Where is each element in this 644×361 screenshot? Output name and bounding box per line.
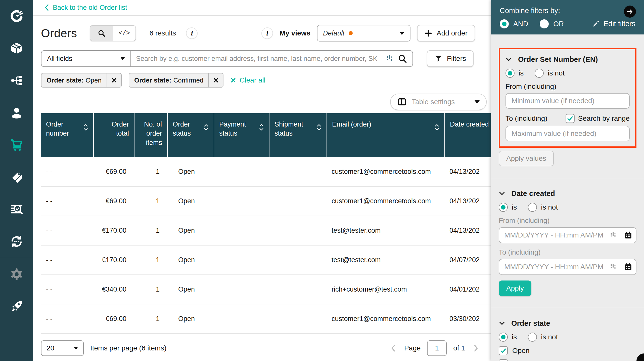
calendar-button[interactable]	[620, 228, 636, 243]
column-header-payment-status[interactable]: Payment status	[214, 113, 269, 157]
results-count: 6 results	[150, 29, 176, 37]
filter-chip-value: Open	[85, 76, 102, 84]
collapse-panel-button[interactable]	[624, 6, 636, 18]
search-input[interactable]	[131, 55, 386, 63]
page-number-input[interactable]	[427, 340, 447, 356]
search-icon	[97, 29, 106, 37]
open-checkbox[interactable]	[499, 346, 508, 355]
remove-filter-button[interactable]	[107, 73, 121, 87]
filter-chip-order-state-open[interactable]: Order state: Open	[41, 73, 122, 88]
my-views-info-icon[interactable]: i	[261, 27, 273, 39]
cell-order-number: - -	[41, 216, 93, 245]
cell-payment-status	[214, 275, 269, 304]
is-not-radio[interactable]	[535, 69, 544, 78]
table-row[interactable]: - - €170.00 1 Open test@tester.com 04/07…	[41, 246, 491, 275]
table-row[interactable]: - - €69.00 1 Open customer1@commercetool…	[41, 304, 491, 334]
or-label: OR	[553, 20, 564, 28]
advanced-query-toggle-button[interactable]: </>	[113, 26, 135, 41]
clear-all-filters-link[interactable]: Clear all	[231, 76, 265, 84]
apply-button[interactable]: Apply	[499, 280, 531, 296]
rocket-icon	[10, 299, 24, 313]
edit-filters-button[interactable]: Edit filters	[592, 20, 635, 28]
or-radio[interactable]	[540, 19, 549, 28]
confirmed-checkbox[interactable]	[499, 359, 508, 361]
cell-date-created: 04/13/202	[444, 187, 491, 216]
column-header-date-created[interactable]: Date created	[444, 113, 491, 157]
is-radio[interactable]	[499, 333, 508, 342]
sidebar-item-orders[interactable]	[0, 129, 33, 161]
table-row[interactable]: - - €340.00 1 Open rich+customer@test.co…	[41, 275, 491, 304]
to-and-range-row: To (including) Search by range	[505, 114, 630, 123]
and-radio[interactable]	[500, 19, 509, 28]
next-page-icon[interactable]	[472, 344, 480, 352]
cell-email: customer1@commercetools.com	[327, 157, 444, 186]
is-not-radio[interactable]	[528, 203, 537, 212]
column-label: Email (order)	[332, 120, 371, 129]
chevron-down-icon	[505, 56, 512, 63]
date-to-input[interactable]	[499, 263, 610, 271]
table-row[interactable]: - - €69.00 1 Open customer1@commercetool…	[41, 157, 491, 187]
sidebar-item-audit[interactable]	[0, 193, 33, 225]
section-header[interactable]: Order state	[499, 318, 636, 328]
table-row[interactable]: - - €170.00 1 Open test@tester.com 04/13…	[41, 216, 491, 246]
section-divider	[491, 308, 644, 308]
search-submit-icon[interactable]	[397, 54, 407, 64]
section-title: Order Set Number (EN)	[518, 55, 598, 64]
back-to-old-order-list-link[interactable]: Back to the old Order list	[44, 4, 127, 12]
column-header-shipment-status[interactable]: Shipment status	[269, 113, 327, 157]
is-not-label: is not	[541, 203, 558, 211]
calendar-icon	[624, 231, 632, 239]
search-by-range-label: Search by range	[578, 114, 630, 123]
search-by-range-checkbox[interactable]	[566, 114, 575, 123]
is-label: is	[512, 203, 517, 211]
search-scope-select[interactable]: All fields	[41, 51, 131, 66]
column-header-order-number[interactable]: Order number	[41, 113, 93, 157]
sidebar-item-categories[interactable]	[0, 64, 33, 97]
table-row[interactable]: - - €69.00 1 Open customer1@commercetool…	[41, 187, 491, 216]
section-header[interactable]: Date created	[499, 188, 636, 198]
recent-dates-icon[interactable]	[610, 231, 616, 239]
column-header-order-status[interactable]: Order status	[167, 113, 214, 157]
is-not-radio[interactable]	[528, 333, 537, 342]
sort-icon	[83, 123, 88, 131]
previous-page-icon[interactable]	[389, 344, 398, 352]
table-settings-dropdown[interactable]: Table settings	[390, 94, 487, 110]
date-from-input[interactable]	[499, 231, 610, 239]
sidebar-item-whats-new[interactable]	[0, 290, 33, 323]
edit-filters-label: Edit filters	[604, 20, 635, 28]
sidebar-item-operations[interactable]	[0, 225, 33, 258]
add-order-button[interactable]: Add order	[417, 25, 475, 42]
minimum-value-input[interactable]	[505, 93, 630, 109]
filter-chip-order-state-confirmed[interactable]: Order state: Confirmed	[129, 73, 223, 88]
maximum-value-input[interactable]	[505, 126, 630, 141]
funnel-icon	[434, 55, 442, 63]
header-right-group: i My views Default Add order	[261, 25, 475, 42]
view-selector[interactable]: Default	[317, 25, 410, 42]
sidebar-item-discounts[interactable]	[0, 161, 33, 193]
cell-date-created: 04/13/202	[444, 216, 491, 245]
column-header-order-total[interactable]: Order total	[93, 113, 134, 157]
column-header-email-order[interactable]: Email (order)	[327, 113, 444, 157]
sidebar-item-customers[interactable]	[0, 97, 33, 129]
is-radio[interactable]	[499, 203, 508, 212]
text-search-toggle-button[interactable]	[90, 26, 113, 41]
recent-searches-icon[interactable]	[386, 54, 393, 63]
is-radio[interactable]	[505, 69, 515, 78]
section-header[interactable]: Order Set Number (EN)	[505, 54, 630, 64]
results-info-icon[interactable]: i	[186, 27, 198, 39]
apply-values-button[interactable]: Apply values	[499, 151, 554, 166]
remove-filter-button[interactable]	[208, 73, 223, 87]
calendar-button[interactable]	[620, 259, 636, 274]
sidebar-item-products[interactable]	[0, 32, 33, 64]
recent-dates-icon[interactable]	[610, 263, 616, 271]
sidebar-item-settings[interactable]	[0, 258, 33, 290]
back-link-label: Back to the old Order list	[53, 4, 127, 12]
search-scope-value: All fields	[47, 55, 72, 63]
page-size-select[interactable]: 20	[41, 340, 84, 356]
sidebar-item-dashboard[interactable]	[0, 0, 33, 32]
column-header-no-of-order-items[interactable]: No. of order items	[134, 113, 167, 157]
cell-order-number: - -	[41, 304, 93, 333]
sort-icon	[316, 123, 321, 131]
filters-panel-header: Combine filters by: AND OR Edit filters	[491, 0, 644, 34]
filters-button[interactable]: Filters	[427, 50, 474, 67]
